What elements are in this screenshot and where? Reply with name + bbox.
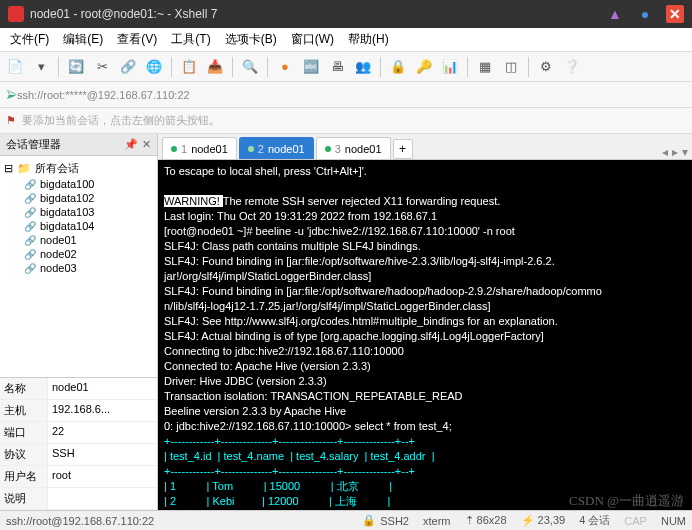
property-key: 主机 xyxy=(0,400,48,421)
search-icon[interactable]: 🔍 xyxy=(239,56,261,78)
session-label: bigdata102 xyxy=(40,192,94,204)
menu-item[interactable]: 帮助(H) xyxy=(342,29,395,50)
disconnect-icon[interactable]: ✂ xyxy=(91,56,113,78)
property-value: root xyxy=(48,466,157,487)
session-item[interactable]: 🔗bigdata102 xyxy=(2,191,155,205)
session-label: bigdata104 xyxy=(40,220,94,232)
session-label: node03 xyxy=(40,262,77,274)
session-item[interactable]: 🔗bigdata104 xyxy=(2,219,155,233)
session-tab[interactable]: 3node01 xyxy=(316,137,391,159)
paste-icon[interactable]: 📥 xyxy=(204,56,226,78)
session-item[interactable]: 🔗node02 xyxy=(2,247,155,261)
layout-icon[interactable]: ▦ xyxy=(474,56,496,78)
status-connection: ssh://root@192.168.67.110:22 xyxy=(6,515,154,527)
status-dot-icon xyxy=(325,146,331,152)
prompt-icon: ⮚ xyxy=(6,89,17,101)
property-key: 协议 xyxy=(0,444,48,465)
tab-next-icon[interactable]: ▸ xyxy=(672,145,678,159)
app-icon xyxy=(8,6,24,22)
new-session-icon[interactable]: 📄 xyxy=(4,56,26,78)
session-tabs: 1node012node013node01+◂▸▾ xyxy=(158,134,692,160)
status-cap: CAP xyxy=(624,515,647,527)
status-num: NUM xyxy=(661,515,686,527)
property-key: 端口 xyxy=(0,422,48,443)
status-pos: ⚡ 23,39 xyxy=(521,514,566,527)
close-pane-icon[interactable]: ✕ xyxy=(142,138,151,151)
hint-text: 要添加当前会话，点击左侧的箭头按钮。 xyxy=(22,113,220,128)
status-size: ⇡ 86x28 xyxy=(465,514,507,527)
settings-icon[interactable]: ⚙ xyxy=(535,56,557,78)
window-titlebar: node01 - root@node01:~ - Xshell 7 ▲ ● ✕ xyxy=(0,0,692,28)
link-icon[interactable]: 🔗 xyxy=(117,56,139,78)
property-value: node01 xyxy=(48,378,157,399)
session-item[interactable]: 🔗node03 xyxy=(2,261,155,275)
menu-item[interactable]: 编辑(E) xyxy=(57,29,109,50)
print-icon[interactable]: 🖶 xyxy=(326,56,348,78)
reconnect-icon[interactable]: 🔄 xyxy=(65,56,87,78)
address-text[interactable]: ssh://root:*****@192.168.67.110:22 xyxy=(17,89,190,101)
session-tab[interactable]: 2node01 xyxy=(239,137,314,159)
tab-menu-icon[interactable]: ▾ xyxy=(682,145,688,159)
status-dot-icon xyxy=(248,146,254,152)
menu-item[interactable]: 选项卡(B) xyxy=(219,29,283,50)
menu-item[interactable]: 窗口(W) xyxy=(285,29,340,50)
property-row: 说明 xyxy=(0,488,157,510)
color-icon[interactable]: ● xyxy=(274,56,296,78)
collapse-icon[interactable]: ⊟ xyxy=(4,162,13,175)
main-area: 会话管理器 📌 ✕ ⊟📁所有会话🔗bigdata100🔗bigdata102🔗b… xyxy=(0,134,692,510)
session-item[interactable]: 🔗bigdata100 xyxy=(2,177,155,191)
tree-root-label[interactable]: 所有会话 xyxy=(35,161,79,176)
tab-label: node01 xyxy=(268,143,305,155)
menu-item[interactable]: 工具(T) xyxy=(165,29,216,50)
address-bar: ⮚ ssh://root:*****@192.168.67.110:22 xyxy=(0,82,692,108)
sidebar-title: 会话管理器 xyxy=(6,137,61,152)
pin-icon[interactable]: 📌 xyxy=(124,138,138,151)
folder-icon: 📁 xyxy=(17,162,31,175)
session-icon: 🔗 xyxy=(24,249,36,260)
font-icon[interactable]: 🔤 xyxy=(300,56,322,78)
users-icon[interactable]: 👥 xyxy=(352,56,374,78)
tab-label: node01 xyxy=(191,143,228,155)
close-icon[interactable]: ✕ xyxy=(666,5,684,23)
session-label: node01 xyxy=(40,234,77,246)
globe-icon[interactable]: 🌐 xyxy=(143,56,165,78)
session-label: bigdata103 xyxy=(40,206,94,218)
terminal[interactable]: To escape to local shell, press 'Ctrl+Al… xyxy=(158,160,692,510)
session-item[interactable]: 🔗node01 xyxy=(2,233,155,247)
hint-bar: ⚑ 要添加当前会话，点击左侧的箭头按钮。 xyxy=(0,108,692,134)
flag-icon: ⚑ xyxy=(6,114,16,127)
main-toolbar: 📄 ▾ 🔄 ✂ 🔗 🌐 📋 📥 🔍 ● 🔤 🖶 👥 🔒 🔑 📊 ▦ ◫ ⚙ ❔ xyxy=(0,52,692,82)
status-ssh: 🔒 SSH2 xyxy=(362,514,409,527)
new-tab-button[interactable]: + xyxy=(393,139,413,159)
menu-item[interactable]: 文件(F) xyxy=(4,29,55,50)
property-row: 名称node01 xyxy=(0,378,157,400)
tab-number: 3 xyxy=(335,143,341,155)
property-row: 主机192.168.6... xyxy=(0,400,157,422)
property-value: 192.168.6... xyxy=(48,400,157,421)
tab-prev-icon[interactable]: ◂ xyxy=(662,145,668,159)
watermark: CSDN @一曲逍遥游 xyxy=(569,494,684,508)
triangle-icon[interactable]: ▲ xyxy=(606,5,624,23)
key-icon[interactable]: 🔑 xyxy=(413,56,435,78)
status-term: xterm xyxy=(423,515,451,527)
property-row: 端口22 xyxy=(0,422,157,444)
tab-label: node01 xyxy=(345,143,382,155)
status-dot-icon xyxy=(171,146,177,152)
session-icon: 🔗 xyxy=(24,179,36,190)
property-row: 协议SSH xyxy=(0,444,157,466)
property-value xyxy=(48,488,157,509)
session-tab[interactable]: 1node01 xyxy=(162,137,237,159)
terminal-area: 1node012node013node01+◂▸▾ To escape to l… xyxy=(158,134,692,510)
session-icon: 🔗 xyxy=(24,263,36,274)
lock-icon[interactable]: 🔒 xyxy=(387,56,409,78)
help-icon[interactable]: ❔ xyxy=(561,56,583,78)
circle-icon[interactable]: ● xyxy=(636,5,654,23)
split-icon[interactable]: ◫ xyxy=(500,56,522,78)
sidebar: 会话管理器 📌 ✕ ⊟📁所有会话🔗bigdata100🔗bigdata102🔗b… xyxy=(0,134,158,510)
session-tree[interactable]: ⊟📁所有会话🔗bigdata100🔗bigdata102🔗bigdata103🔗… xyxy=(0,156,157,377)
dropdown-icon[interactable]: ▾ xyxy=(30,56,52,78)
menu-item[interactable]: 查看(V) xyxy=(111,29,163,50)
list-icon[interactable]: 📊 xyxy=(439,56,461,78)
copy-icon[interactable]: 📋 xyxy=(178,56,200,78)
session-item[interactable]: 🔗bigdata103 xyxy=(2,205,155,219)
